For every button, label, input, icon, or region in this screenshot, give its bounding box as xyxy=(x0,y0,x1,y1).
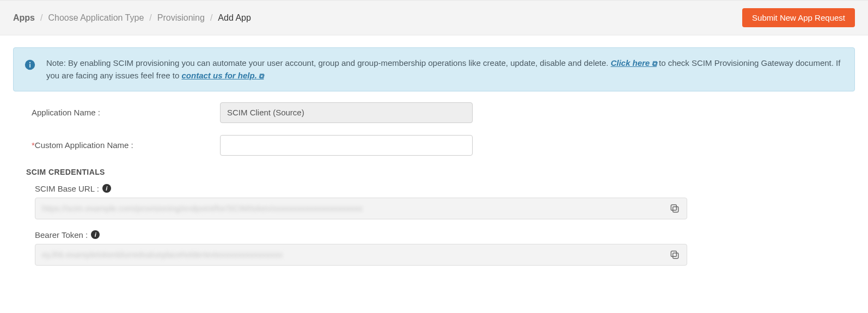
svg-rect-6 xyxy=(671,251,676,256)
info-icon[interactable]: i xyxy=(102,184,111,193)
breadcrumb-provisioning[interactable]: Provisioning xyxy=(157,13,205,23)
scim-base-url-value: https://scim.example.com/provisioning/en… xyxy=(42,204,363,213)
scim-base-url-label: SCIM Base URL : xyxy=(35,184,99,193)
custom-application-name-input[interactable] xyxy=(220,135,473,156)
svg-rect-4 xyxy=(671,205,676,210)
contact-us-link[interactable]: contact us for help. ⧉ xyxy=(181,71,264,80)
copy-icon[interactable] xyxy=(669,249,680,260)
svg-rect-3 xyxy=(673,206,678,212)
breadcrumb: Apps / Choose Application Type / Provisi… xyxy=(13,13,251,23)
breadcrumb-sep: / xyxy=(149,13,151,23)
application-name-input xyxy=(220,102,473,123)
click-here-link[interactable]: Click here ⧉ xyxy=(610,58,656,67)
svg-rect-1 xyxy=(29,64,30,67)
info-icon xyxy=(25,58,35,75)
application-name-label: Application Name : xyxy=(17,108,220,117)
info-alert-text: Note: By enabling SCIM provisioning you … xyxy=(46,57,843,82)
breadcrumb-apps[interactable]: Apps xyxy=(13,13,35,23)
copy-icon[interactable] xyxy=(669,203,680,214)
custom-application-name-label: *Custom Application Name : xyxy=(17,140,220,150)
scim-credentials-heading: SCIM CREDENTIALS xyxy=(26,168,851,176)
breadcrumb-sep: / xyxy=(210,13,212,23)
breadcrumb-sep: / xyxy=(40,13,42,23)
info-alert: Note: By enabling SCIM provisioning you … xyxy=(13,47,855,91)
bearer-token-label: Bearer Token : xyxy=(35,230,88,240)
external-link-icon: ⧉ xyxy=(650,59,657,67)
svg-rect-5 xyxy=(673,253,678,258)
info-icon[interactable]: i xyxy=(91,230,100,239)
bearer-token-value: eyJhb.exampletokenblurredvalueplaceholde… xyxy=(42,250,283,259)
bearer-token-field: eyJhb.exampletokenblurredvalueplaceholde… xyxy=(35,244,687,266)
submit-new-app-request-button[interactable]: Submit New App Request xyxy=(742,8,855,27)
breadcrumb-choose-type[interactable]: Choose Application Type xyxy=(48,13,144,23)
breadcrumb-current: Add App xyxy=(218,13,251,23)
svg-point-2 xyxy=(29,62,30,63)
scim-base-url-field: https://scim.example.com/provisioning/en… xyxy=(35,198,687,219)
alert-text-prefix: Note: By enabling SCIM provisioning you … xyxy=(46,58,610,67)
external-link-icon: ⧉ xyxy=(257,72,264,80)
